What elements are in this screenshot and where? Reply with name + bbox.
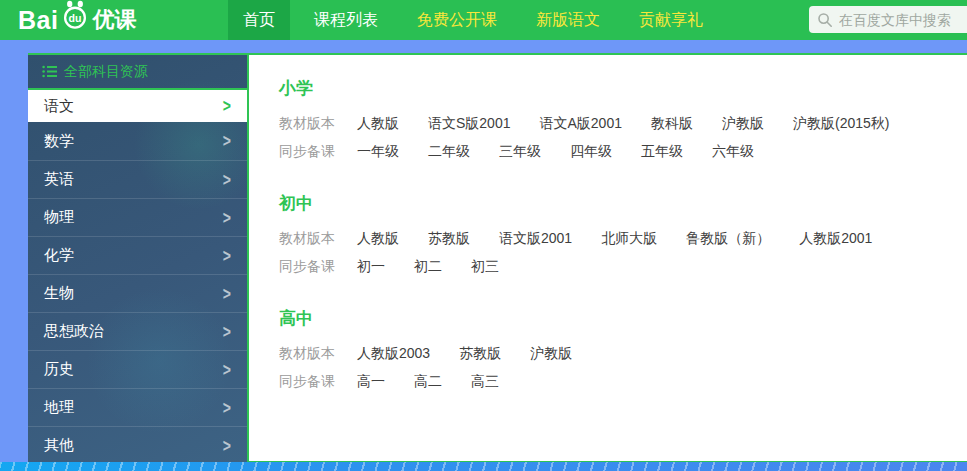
sidebar-item-生物[interactable]: 生物> [28, 274, 247, 312]
row-label: 教材版本 [279, 230, 336, 248]
list-icon [42, 65, 57, 78]
chevron-right-icon: > [223, 436, 231, 456]
filter-link-初一[interactable]: 初一 [357, 258, 385, 276]
filter-row: 同步备课一年级二年级三年级四年级五年级六年级 [279, 138, 967, 166]
sidebar-item-其他[interactable]: 其他> [28, 426, 247, 464]
filter-link-苏教版[interactable]: 苏教版 [459, 345, 501, 363]
filter-link-二年级[interactable]: 二年级 [428, 143, 470, 161]
sidebar-item-label: 生物 [44, 284, 74, 303]
sidebar-item-label: 语文 [44, 97, 74, 116]
filter-link-鲁教版（新）[interactable]: 鲁教版（新） [686, 230, 770, 248]
search-input[interactable] [839, 12, 957, 28]
filter-link-高一[interactable]: 高一 [357, 373, 385, 391]
filter-link-高三[interactable]: 高三 [471, 373, 499, 391]
chevron-right-icon: > [223, 322, 231, 342]
chevron-right-icon: > [223, 208, 231, 228]
nav-item-免费公开课[interactable]: 免费公开课 [402, 0, 512, 40]
nav-item-首页[interactable]: 首页 [228, 0, 290, 40]
row-label: 教材版本 [279, 345, 336, 363]
page: Bai du 优课 首页课程列表免费公开课新版语文贡献享礼 [0, 0, 967, 471]
filter-row: 同步备课初一初二初三 [279, 253, 967, 281]
logo-text-suffix: 优课 [92, 5, 136, 35]
sidebar-item-思想政治[interactable]: 思想政治> [28, 312, 247, 350]
nav-item-贡献享礼[interactable]: 贡献享礼 [624, 0, 718, 40]
filter-link-五年级[interactable]: 五年级 [641, 143, 683, 161]
section-title: 小学 [279, 77, 967, 100]
subject-sidebar: 全部科目资源 语文>数学>英语>物理>化学>生物>思想政治>历史>地理>其他> [28, 55, 247, 463]
row-label: 同步备课 [279, 373, 336, 391]
sidebar-item-语文[interactable]: 语文> [28, 88, 247, 122]
filter-link-沪教版[interactable]: 沪教版 [530, 345, 572, 363]
filter-row: 教材版本人教版苏教版语文版2001北师大版鲁教版（新）人教版2001 [279, 225, 967, 253]
row-label: 教材版本 [279, 115, 336, 133]
filter-link-教科版[interactable]: 教科版 [651, 115, 693, 133]
filter-link-六年级[interactable]: 六年级 [712, 143, 754, 161]
sidebar-item-英语[interactable]: 英语> [28, 160, 247, 198]
filter-link-人教版2001[interactable]: 人教版2001 [799, 230, 872, 248]
content-panel: 小学教材版本人教版语文S版2001语文A版2001教科版沪教版沪教版(2015秋… [247, 55, 967, 463]
header: Bai du 优课 首页课程列表免费公开课新版语文贡献享礼 [0, 0, 967, 40]
svg-text:du: du [69, 12, 82, 24]
filter-link-人教版[interactable]: 人教版 [357, 230, 399, 248]
chevron-right-icon: > [223, 170, 231, 190]
section-高中: 高中教材版本人教版2003苏教版沪教版同步备课高一高二高三 [279, 307, 967, 396]
filter-link-苏教版[interactable]: 苏教版 [428, 230, 470, 248]
logo-text-bai: Bai [18, 6, 58, 35]
filter-link-四年级[interactable]: 四年级 [570, 143, 612, 161]
sidebar-item-label: 地理 [44, 398, 74, 417]
filter-link-高二[interactable]: 高二 [414, 373, 442, 391]
filter-link-一年级[interactable]: 一年级 [357, 143, 399, 161]
sidebar-all-subjects-header[interactable]: 全部科目资源 [28, 55, 247, 88]
filter-link-初三[interactable]: 初三 [471, 258, 499, 276]
row-label: 同步备课 [279, 258, 336, 276]
header-nav: 首页课程列表免费公开课新版语文贡献享礼 [228, 0, 727, 40]
section-小学: 小学教材版本人教版语文S版2001语文A版2001教科版沪教版沪教版(2015秋… [279, 77, 967, 166]
baidu-youke-logo[interactable]: Bai du 优课 [18, 0, 136, 40]
sidebar-item-label: 英语 [44, 170, 74, 189]
chevron-right-icon: > [223, 246, 231, 266]
sidebar-item-数学[interactable]: 数学> [28, 122, 247, 160]
search-box [809, 6, 967, 33]
filter-link-沪教版(2015秋)[interactable]: 沪教版(2015秋) [793, 115, 889, 133]
nav-item-课程列表[interactable]: 课程列表 [299, 0, 393, 40]
filter-link-语文A版2001[interactable]: 语文A版2001 [539, 115, 621, 133]
sidebar-item-历史[interactable]: 历史> [28, 350, 247, 388]
chevron-right-icon: > [223, 284, 231, 304]
filter-link-人教版2003[interactable]: 人教版2003 [357, 345, 430, 363]
section-title: 高中 [279, 307, 967, 330]
chevron-right-icon: > [223, 131, 231, 151]
sidebar-item-地理[interactable]: 地理> [28, 388, 247, 426]
sidebar-item-化学[interactable]: 化学> [28, 236, 247, 274]
search-icon [817, 12, 833, 28]
chevron-right-icon: > [223, 96, 231, 116]
section-title: 初中 [279, 192, 967, 215]
filter-link-初二[interactable]: 初二 [414, 258, 442, 276]
nav-item-新版语文[interactable]: 新版语文 [521, 0, 615, 40]
row-label: 同步备课 [279, 143, 336, 161]
sidebar-items: 语文>数学>英语>物理>化学>生物>思想政治>历史>地理>其他> [28, 88, 247, 464]
filter-row: 教材版本人教版语文S版2001语文A版2001教科版沪教版沪教版(2015秋) [279, 110, 967, 138]
filter-link-三年级[interactable]: 三年级 [499, 143, 541, 161]
sidebar-item-label: 历史 [44, 360, 74, 379]
sidebar-item-label: 思想政治 [44, 322, 104, 341]
chevron-right-icon: > [223, 398, 231, 418]
filter-link-语文S版2001[interactable]: 语文S版2001 [428, 115, 510, 133]
section-初中: 初中教材版本人教版苏教版语文版2001北师大版鲁教版（新）人教版2001同步备课… [279, 192, 967, 281]
sidebar-item-label: 化学 [44, 246, 74, 265]
filter-row: 教材版本人教版2003苏教版沪教版 [279, 340, 967, 368]
chevron-right-icon: > [223, 360, 231, 380]
filter-row: 同步备课高一高二高三 [279, 368, 967, 396]
sidebar-item-label: 其他 [44, 436, 74, 455]
sidebar-item-label: 物理 [44, 208, 74, 227]
sidebar-header-label: 全部科目资源 [64, 63, 148, 81]
filter-link-北师大版[interactable]: 北师大版 [601, 230, 657, 248]
filter-link-语文版2001[interactable]: 语文版2001 [499, 230, 572, 248]
filter-link-人教版[interactable]: 人教版 [357, 115, 399, 133]
filter-link-沪教版[interactable]: 沪教版 [722, 115, 764, 133]
baidu-paw-icon: du [59, 0, 91, 34]
main-layout: 全部科目资源 语文>数学>英语>物理>化学>生物>思想政治>历史>地理>其他> … [28, 53, 967, 463]
background-bottom-band [0, 462, 967, 471]
sidebar-item-label: 数学 [44, 132, 74, 151]
sidebar-item-物理[interactable]: 物理> [28, 198, 247, 236]
